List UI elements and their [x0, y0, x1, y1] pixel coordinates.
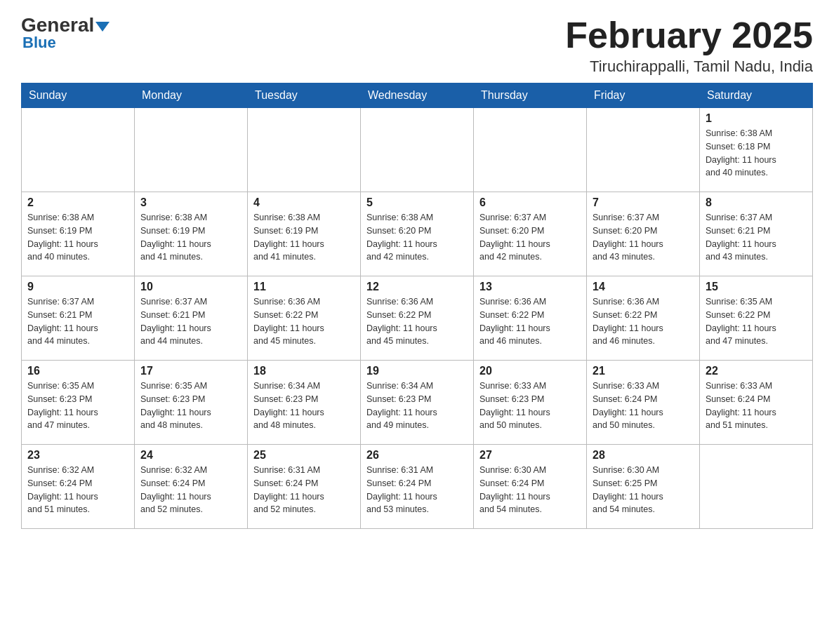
day-number: 27: [479, 449, 581, 462]
day-info: Sunrise: 6:37 AMSunset: 6:21 PMDaylight:…: [27, 295, 128, 348]
day-info: Sunrise: 6:31 AMSunset: 6:24 PMDaylight:…: [253, 464, 355, 516]
col-header-monday: Monday: [135, 83, 248, 108]
day-info: Sunrise: 6:38 AMSunset: 6:20 PMDaylight:…: [366, 211, 468, 264]
calendar-cell: 13Sunrise: 6:36 AMSunset: 6:22 PMDayligh…: [474, 276, 587, 361]
day-number: 8: [706, 196, 807, 209]
month-title: February 2025: [565, 14, 813, 56]
calendar-cell: 19Sunrise: 6:34 AMSunset: 6:23 PMDayligh…: [361, 361, 474, 445]
day-info: Sunrise: 6:36 AMSunset: 6:22 PMDaylight:…: [366, 295, 468, 348]
calendar-cell: 16Sunrise: 6:35 AMSunset: 6:23 PMDayligh…: [22, 361, 135, 445]
day-number: 6: [479, 196, 581, 209]
day-info: Sunrise: 6:36 AMSunset: 6:22 PMDaylight:…: [479, 295, 581, 348]
calendar-cell: [248, 108, 361, 192]
day-info: Sunrise: 6:30 AMSunset: 6:24 PMDaylight:…: [479, 464, 581, 516]
day-number: 11: [253, 281, 355, 293]
day-info: Sunrise: 6:38 AMSunset: 6:18 PMDaylight:…: [706, 127, 807, 180]
calendar-cell: 26Sunrise: 6:31 AMSunset: 6:24 PMDayligh…: [361, 445, 474, 529]
calendar-cell: 4Sunrise: 6:38 AMSunset: 6:19 PMDaylight…: [248, 192, 361, 276]
day-number: 2: [27, 196, 128, 209]
day-number: 24: [140, 449, 241, 462]
calendar-cell: 1Sunrise: 6:38 AMSunset: 6:18 PMDaylight…: [700, 108, 813, 192]
day-number: 25: [253, 449, 355, 462]
week-row-4: 16Sunrise: 6:35 AMSunset: 6:23 PMDayligh…: [22, 361, 813, 445]
calendar-cell: 25Sunrise: 6:31 AMSunset: 6:24 PMDayligh…: [248, 445, 361, 529]
week-row-5: 23Sunrise: 6:32 AMSunset: 6:24 PMDayligh…: [22, 445, 813, 529]
day-number: 26: [366, 449, 468, 462]
calendar-cell: [474, 108, 587, 192]
logo-arrow-icon: [95, 22, 110, 32]
day-number: 21: [593, 365, 694, 377]
logo-blue-text: Blue: [22, 34, 56, 52]
page-header: General Blue February 2025 Tiruchirappal…: [21, 14, 813, 76]
calendar-cell: 8Sunrise: 6:37 AMSunset: 6:21 PMDaylight…: [700, 192, 813, 276]
day-info: Sunrise: 6:36 AMSunset: 6:22 PMDaylight:…: [253, 295, 355, 348]
day-number: 3: [140, 196, 241, 209]
day-info: Sunrise: 6:37 AMSunset: 6:20 PMDaylight:…: [593, 211, 694, 264]
day-info: Sunrise: 6:38 AMSunset: 6:19 PMDaylight:…: [140, 211, 241, 264]
day-number: 7: [593, 196, 694, 209]
calendar-cell: [135, 108, 248, 192]
calendar-cell: 10Sunrise: 6:37 AMSunset: 6:21 PMDayligh…: [135, 276, 248, 361]
calendar-cell: 12Sunrise: 6:36 AMSunset: 6:22 PMDayligh…: [361, 276, 474, 361]
day-info: Sunrise: 6:33 AMSunset: 6:24 PMDaylight:…: [593, 380, 694, 432]
calendar-cell: [587, 108, 700, 192]
col-header-thursday: Thursday: [474, 83, 587, 108]
day-info: Sunrise: 6:38 AMSunset: 6:19 PMDaylight:…: [27, 211, 128, 264]
day-number: 17: [140, 365, 241, 377]
day-info: Sunrise: 6:35 AMSunset: 6:23 PMDaylight:…: [140, 380, 241, 432]
calendar-cell: [361, 108, 474, 192]
day-info: Sunrise: 6:36 AMSunset: 6:22 PMDaylight:…: [593, 295, 694, 348]
calendar-cell: 5Sunrise: 6:38 AMSunset: 6:20 PMDaylight…: [361, 192, 474, 276]
location-text: Tiruchirappalli, Tamil Nadu, India: [565, 58, 813, 76]
day-info: Sunrise: 6:37 AMSunset: 6:21 PMDaylight:…: [140, 295, 241, 348]
day-number: 9: [27, 281, 128, 293]
calendar-cell: 22Sunrise: 6:33 AMSunset: 6:24 PMDayligh…: [700, 361, 813, 445]
day-info: Sunrise: 6:33 AMSunset: 6:24 PMDaylight:…: [706, 380, 807, 432]
week-row-3: 9Sunrise: 6:37 AMSunset: 6:21 PMDaylight…: [22, 276, 813, 361]
calendar-cell: 9Sunrise: 6:37 AMSunset: 6:21 PMDaylight…: [22, 276, 135, 361]
day-info: Sunrise: 6:37 AMSunset: 6:21 PMDaylight:…: [706, 211, 807, 264]
calendar-cell: 3Sunrise: 6:38 AMSunset: 6:19 PMDaylight…: [135, 192, 248, 276]
day-number: 12: [366, 281, 468, 293]
calendar-cell: 7Sunrise: 6:37 AMSunset: 6:20 PMDaylight…: [587, 192, 700, 276]
day-info: Sunrise: 6:30 AMSunset: 6:25 PMDaylight:…: [593, 464, 694, 516]
calendar-cell: 20Sunrise: 6:33 AMSunset: 6:23 PMDayligh…: [474, 361, 587, 445]
day-info: Sunrise: 6:32 AMSunset: 6:24 PMDaylight:…: [27, 464, 128, 516]
col-header-friday: Friday: [587, 83, 700, 108]
title-section: February 2025 Tiruchirappalli, Tamil Nad…: [565, 14, 813, 76]
day-number: 13: [479, 281, 581, 293]
calendar-table: SundayMondayTuesdayWednesdayThursdayFrid…: [21, 83, 813, 529]
col-header-saturday: Saturday: [700, 83, 813, 108]
day-info: Sunrise: 6:31 AMSunset: 6:24 PMDaylight:…: [366, 464, 468, 516]
day-number: 16: [27, 365, 128, 377]
calendar-cell: 6Sunrise: 6:37 AMSunset: 6:20 PMDaylight…: [474, 192, 587, 276]
calendar-cell: 15Sunrise: 6:35 AMSunset: 6:22 PMDayligh…: [700, 276, 813, 361]
day-info: Sunrise: 6:33 AMSunset: 6:23 PMDaylight:…: [479, 380, 581, 432]
day-number: 18: [253, 365, 355, 377]
calendar-cell: 21Sunrise: 6:33 AMSunset: 6:24 PMDayligh…: [587, 361, 700, 445]
day-number: 4: [253, 196, 355, 209]
calendar-cell: 28Sunrise: 6:30 AMSunset: 6:25 PMDayligh…: [587, 445, 700, 529]
calendar-cell: 17Sunrise: 6:35 AMSunset: 6:23 PMDayligh…: [135, 361, 248, 445]
logo: General Blue: [21, 14, 110, 52]
day-number: 23: [27, 449, 128, 462]
calendar-cell: 11Sunrise: 6:36 AMSunset: 6:22 PMDayligh…: [248, 276, 361, 361]
day-number: 19: [366, 365, 468, 377]
day-info: Sunrise: 6:38 AMSunset: 6:19 PMDaylight:…: [253, 211, 355, 264]
col-header-tuesday: Tuesday: [248, 83, 361, 108]
col-header-sunday: Sunday: [22, 83, 135, 108]
day-info: Sunrise: 6:35 AMSunset: 6:23 PMDaylight:…: [27, 380, 128, 432]
calendar-cell: 18Sunrise: 6:34 AMSunset: 6:23 PMDayligh…: [248, 361, 361, 445]
day-info: Sunrise: 6:34 AMSunset: 6:23 PMDaylight:…: [366, 380, 468, 432]
day-number: 14: [593, 281, 694, 293]
day-number: 1: [706, 112, 807, 125]
day-number: 5: [366, 196, 468, 209]
calendar-cell: 27Sunrise: 6:30 AMSunset: 6:24 PMDayligh…: [474, 445, 587, 529]
calendar-cell: 24Sunrise: 6:32 AMSunset: 6:24 PMDayligh…: [135, 445, 248, 529]
day-info: Sunrise: 6:35 AMSunset: 6:22 PMDaylight:…: [706, 295, 807, 348]
calendar-header-row: SundayMondayTuesdayWednesdayThursdayFrid…: [22, 83, 813, 108]
col-header-wednesday: Wednesday: [361, 83, 474, 108]
calendar-cell: 2Sunrise: 6:38 AMSunset: 6:19 PMDaylight…: [22, 192, 135, 276]
week-row-1: 1Sunrise: 6:38 AMSunset: 6:18 PMDaylight…: [22, 108, 813, 192]
calendar-cell: 23Sunrise: 6:32 AMSunset: 6:24 PMDayligh…: [22, 445, 135, 529]
